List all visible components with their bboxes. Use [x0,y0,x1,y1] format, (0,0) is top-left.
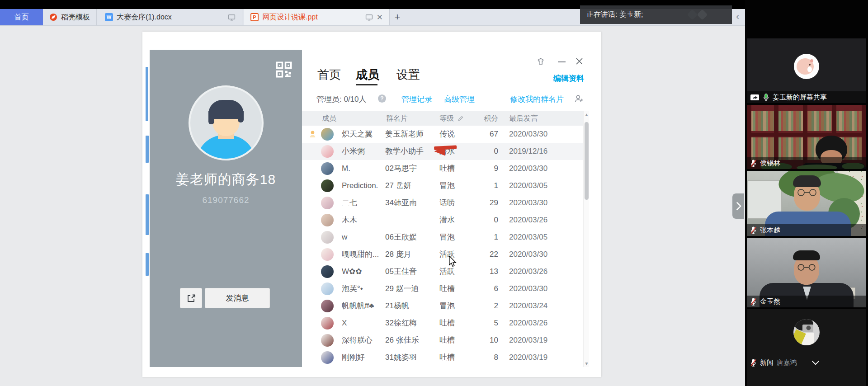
avatar[interactable] [321,145,334,158]
avatar[interactable] [321,282,334,295]
participant-tile[interactable]: 新闻 唐嘉鸿 [747,309,866,386]
edit-profile-link[interactable]: 编辑资料 [528,73,584,84]
member-name[interactable]: 二七 [342,194,357,212]
member-card-name[interactable]: 32徐红梅 [385,315,417,332]
member-card-name[interactable]: 21杨帆 [385,297,409,315]
member-card-name[interactable]: 31姚姿羽 [385,349,417,366]
panel-tab-members[interactable]: 成员 [356,67,379,83]
group-avatar[interactable] [189,85,264,160]
chevron-down-icon[interactable] [811,360,820,365]
scroll-down-icon[interactable]: ▼ [584,361,590,366]
share-button[interactable] [180,288,202,308]
table-row[interactable]: 二七 34韩亚南 话唠 29 2020/03/30 [302,194,583,212]
member-name[interactable]: W✿✿ [342,263,362,280]
tab-ppt-active[interactable]: P 网页设计说课.ppt ✕ [244,9,390,25]
avatar[interactable] [321,179,334,192]
theme-skin-icon[interactable] [536,57,545,66]
avatar[interactable] [321,128,334,141]
member-name[interactable]: X [342,315,347,332]
avatar[interactable] [321,214,334,226]
table-row[interactable]: 刚刚好 31姚姿羽 吐槽 8 2020/03/19 [302,349,583,366]
present-monitor-icon[interactable] [365,14,373,21]
participant-avatar [793,319,820,345]
table-row[interactable]: 炽天之翼 姜玉新老师 传说 67 2020/03/30 [302,126,583,143]
share-icon [186,293,196,303]
member-card-name[interactable]: 姜玉新老师 [385,126,424,143]
avatar[interactable] [321,248,334,261]
member-card-name[interactable]: 27 岳妍 [385,177,411,194]
avatar[interactable] [321,317,334,330]
minimize-button[interactable] [558,61,566,62]
member-name[interactable]: 帆帆帆ff♣ [342,297,374,315]
panel-tab-home[interactable]: 首页 [317,67,341,83]
new-tab-button[interactable]: + [390,9,405,25]
send-message-button[interactable]: 发消息 [205,288,270,308]
member-card-name[interactable]: 05王佳音 [385,263,417,280]
participant-tile[interactable]: 侯锡林 [747,105,866,169]
tab-docer[interactable]: 稻壳模板 [43,9,97,25]
member-card-name[interactable]: 26 张佳乐 [385,332,419,349]
tab-close-icon[interactable]: ✕ [377,13,383,22]
avatar[interactable] [321,231,334,244]
member-name[interactable]: 深得朕心 [342,332,373,349]
member-card-name[interactable]: 29 赵一迪 [385,280,419,297]
member-name[interactable]: Prediction. [342,177,378,194]
table-row[interactable]: X 32徐红梅 吐槽 5 2020/03/26 [302,315,583,332]
present-monitor-icon[interactable] [228,14,236,21]
table-row[interactable]: 小米粥 教学小助手 潜水 0 2019/12/16 [302,143,583,160]
table-row[interactable]: 木木 潜水 0 2020/03/26 [302,212,583,229]
table-row[interactable]: W✿✿ 05王佳音 活跃 13 2020/03/26 [302,263,583,280]
edit-my-card-link[interactable]: 修改我的群名片 [510,94,564,104]
member-name[interactable]: 嘎嘎甜的... [342,246,379,263]
participant-tile[interactable]: 金玉然 [747,238,866,307]
member-level: 冒泡 [439,297,455,315]
tab-docer-label: 稻壳模板 [61,13,90,22]
col-level: 等级 [439,114,454,123]
member-name[interactable]: w [342,229,347,246]
member-name[interactable]: 刚刚好 [342,349,365,366]
member-card-name[interactable]: 教学小助手 [385,143,424,160]
table-row[interactable]: M. 02马思宇 吐槽 9 2020/03/30 [302,160,583,177]
member-card-name[interactable]: 06王欣媛 [385,229,417,246]
member-card-name[interactable]: 02马思宇 [385,160,417,177]
edit-level-pencil-icon[interactable] [458,115,464,122]
table-row[interactable]: w 06王欣媛 冒泡 1 2020/03/05 [302,229,583,246]
tab-document[interactable]: W 大赛会序(1).docx [99,9,242,25]
help-icon[interactable]: ? [378,94,386,103]
avatar[interactable] [321,351,334,364]
person-add-icon[interactable] [574,94,584,103]
participant-tile-screenshare[interactable]: 姜玉新的屏幕共享 [747,38,866,103]
member-name[interactable]: 木木 [342,212,357,229]
avatar[interactable] [321,197,334,209]
admin-log-link[interactable]: 管理记录 [401,94,432,104]
table-row[interactable]: 嘎嘎甜的... 28 庞月 活跃 22 2020/03/30 [302,246,583,263]
member-name[interactable]: 炽天之翼 [342,126,373,143]
table-row[interactable]: Prediction. 27 岳妍 冒泡 1 2020/03/05 [302,177,583,194]
table-row[interactable]: 泡芙°• 29 赵一迪 吐槽 6 2020/03/30 [302,280,583,297]
qr-code-icon[interactable] [274,60,293,79]
member-card-name[interactable]: 28 庞月 [385,246,411,263]
occluded-page-text [146,67,148,121]
tab-ppt-label: 网页设计说课.ppt [262,13,318,22]
table-row[interactable]: 帆帆帆ff♣ 21杨帆 冒泡 2 2020/03/24 [302,297,583,315]
scrollbar-thumb[interactable] [585,122,589,200]
panel-expand-handle[interactable] [732,193,744,219]
avatar[interactable] [321,300,334,312]
member-name[interactable]: 小米粥 [342,143,365,160]
participant-tile[interactable]: 张本越 [747,171,866,236]
close-button[interactable] [575,57,584,66]
avatar[interactable] [321,334,334,347]
panel-tab-settings[interactable]: 设置 [396,67,420,83]
advanced-manage-link[interactable]: 高级管理 [444,94,475,104]
table-row[interactable]: 深得朕心 26 张佳乐 吐槽 10 2020/03/19 [302,332,583,349]
screenshare-icon [750,94,760,101]
avatar[interactable] [321,162,334,175]
scroll-up-icon[interactable]: ▲ [584,112,590,117]
member-name[interactable]: M. [342,160,350,177]
collapse-left-chevron-icon[interactable]: ‹ [736,11,739,23]
member-name[interactable]: 泡芙°• [342,280,363,297]
avatar[interactable] [321,265,334,278]
tab-home[interactable]: 首页 [0,9,43,25]
member-card-name[interactable]: 34韩亚南 [385,194,417,212]
table-scrollbar[interactable]: ▲ ▼ [583,111,589,367]
